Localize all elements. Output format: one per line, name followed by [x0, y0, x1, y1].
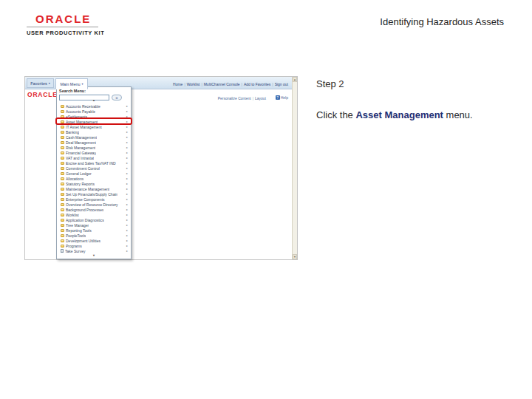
menu-item-application-diagnostics[interactable]: Application Diagnostics▸ [57, 217, 131, 222]
app-screenshot: Favorites ▾ Main Menu ▾ Home|Worklist|Mu… [24, 76, 298, 260]
menu-item-label: Asset Management [66, 120, 98, 124]
menu-item-label: Application Diagnostics [66, 218, 104, 222]
folder-icon [61, 245, 64, 248]
menu-scroll-down-icon[interactable]: ▼ [57, 253, 131, 257]
header-links: Home|Worklist|MultiChannel Console|Add t… [173, 82, 288, 86]
submenu-arrow-icon: ▸ [126, 115, 128, 118]
folder-icon [61, 188, 64, 191]
menu-item-maintenance-management[interactable]: Maintenance Management▸ [57, 186, 131, 191]
help-icon: ? [276, 95, 280, 100]
submenu-arrow-icon: ▸ [126, 157, 128, 160]
scroll-down-button[interactable]: ▼ [293, 254, 297, 259]
folder-icon [61, 239, 64, 242]
menu-item-label: Take Survey [65, 249, 86, 253]
personalize-link-layout[interactable]: Layout [255, 96, 266, 100]
separator: | [253, 96, 253, 100]
scroll-up-button[interactable]: ▲ [293, 77, 297, 82]
menu-item-allocations[interactable]: Allocations▸ [57, 176, 131, 181]
menu-item-label: Excise and Sales Tax/VAT IND [66, 161, 116, 166]
menu-item-excise-and-sales-tax-vat-ind[interactable]: Excise and Sales Tax/VAT IND▸ [57, 160, 131, 166]
favorites-menu-tab[interactable]: Favorites ▾ [27, 78, 54, 88]
header-link-add-to-favorites[interactable]: Add to Favorites [244, 82, 270, 86]
header-link-sign-out[interactable]: Sign out [275, 82, 288, 86]
submenu-arrow-icon: ▸ [126, 188, 128, 191]
menu-item-financial-gateway[interactable]: Financial Gateway▸ [57, 150, 131, 155]
folder-icon [61, 234, 64, 237]
menu-item-label: Programs [66, 244, 82, 248]
menu-item-overview-of-resource-directory[interactable]: Overview of Resource Directory▸ [57, 202, 131, 207]
menu-item-it-asset-management[interactable]: IT Asset Management▸ [57, 124, 131, 129]
menu-scroll-up-icon[interactable]: ▲ [57, 98, 131, 102]
menu-item-label: Background Processes [66, 208, 103, 212]
header-link-home[interactable]: Home [173, 82, 183, 86]
header-link-multichannel-console[interactable]: MultiChannel Console [204, 82, 240, 86]
submenu-arrow-icon: ▸ [126, 136, 128, 139]
folder-icon [61, 115, 64, 118]
menu-item-peopletools[interactable]: PeopleTools▸ [57, 233, 131, 238]
folder-icon [61, 146, 64, 149]
submenu-arrow-icon: ▸ [126, 198, 128, 201]
menu-item-label: Deal Management [66, 140, 96, 145]
menu-item-development-utilities[interactable]: Development Utilities▸ [57, 238, 131, 243]
menu-item-statutory-reports[interactable]: Statutory Reports▸ [57, 181, 131, 186]
upk-slide: ORACLE USER PRODUCTIVITY KIT Identifying… [0, 0, 532, 399]
menu-item-worklist[interactable]: Worklist▸ [57, 212, 131, 217]
menu-item-risk-management[interactable]: Risk Management▸ [57, 145, 131, 150]
step-instruction: Click the Asset Management menu. [316, 109, 473, 120]
folder-icon [61, 203, 64, 206]
submenu-arrow-icon: ▸ [126, 234, 128, 237]
submenu-arrow-icon: ▸ [126, 151, 128, 154]
upk-tagline: USER PRODUCTIVITY KIT [27, 30, 104, 36]
chevron-down-icon: ▾ [49, 81, 50, 85]
menu-item-vat-and-intrastat[interactable]: VAT and Intrastat▸ [57, 155, 131, 160]
personalize-link-personalize-content[interactable]: Personalize Content [218, 96, 251, 100]
folder-icon [61, 177, 64, 180]
personalize-links: Personalize Content|Layout [218, 96, 266, 100]
menu-item-cash-management[interactable]: Cash Management▸ [57, 134, 131, 140]
submenu-arrow-icon: ▸ [126, 245, 128, 248]
menu-item-tree-manager[interactable]: Tree Manager▸ [57, 222, 131, 228]
menu-item-set-up-financials-supply-chain[interactable]: Set Up Financials/Supply Chain▸ [57, 191, 131, 197]
folder-icon [61, 167, 64, 170]
menu-item-asset-management[interactable]: Asset Management▸ [57, 119, 131, 124]
menu-item-commitment-control[interactable]: Commitment Control▸ [57, 166, 131, 171]
menu-item-banking[interactable]: Banking▸ [57, 129, 131, 134]
menu-item-label: Cash Management [66, 135, 97, 140]
submenu-arrow-icon: ▸ [126, 203, 128, 206]
menu-item-accounts-receivable[interactable]: Accounts Receivable▸ [57, 103, 131, 109]
menu-item-accounts-payable[interactable]: Accounts Payable▸ [57, 109, 131, 114]
folder-icon [61, 126, 64, 129]
folder-icon [61, 214, 64, 216]
menu-item-background-processes[interactable]: Background Processes▸ [57, 207, 131, 212]
submenu-arrow-icon: ▸ [126, 214, 128, 216]
submenu-arrow-icon: ▸ [126, 250, 128, 253]
submenu-arrow-icon: ▸ [126, 239, 128, 242]
menu-item-label: Maintenance Management [66, 187, 109, 191]
header-link-worklist[interactable]: Worklist [187, 82, 200, 86]
menu-item-label: Commitment Control [66, 166, 100, 171]
menu-item-reporting-tools[interactable]: Reporting Tools▸ [57, 228, 131, 233]
submenu-arrow-icon: ▸ [126, 177, 128, 180]
menu-item-label: Accounts Payable [66, 109, 95, 114]
page-title: Identifying Hazardous Assets [380, 16, 504, 27]
menu-item-label: Tree Manager [66, 223, 89, 228]
folder-icon [61, 208, 64, 211]
vertical-scrollbar[interactable]: ▲ ▼ [292, 77, 297, 259]
menu-item-take-survey[interactable]: Take Survey▸ [57, 248, 131, 253]
help-link[interactable]: ? Help [276, 95, 288, 100]
instruction-prefix: Click the [316, 109, 355, 120]
folder-icon [61, 120, 64, 123]
menu-item-programs[interactable]: Programs▸ [57, 243, 131, 248]
main-menu-tab[interactable]: Main Menu ▾ [55, 78, 88, 89]
submenu-arrow-icon: ▸ [126, 105, 128, 108]
menu-item-deal-management[interactable]: Deal Management▸ [57, 140, 131, 145]
folder-icon [61, 105, 64, 108]
menu-item-enterprise-components[interactable]: Enterprise Components▸ [57, 197, 131, 202]
menu-item-label: Enterprise Components [66, 197, 105, 202]
separator: | [184, 82, 185, 86]
menu-item-label: Accounts Receivable [66, 104, 100, 109]
step-label: Step 2 [316, 78, 344, 89]
menu-item-general-ledger[interactable]: General Ledger▸ [57, 171, 131, 176]
menu-item-esettlements[interactable]: eSettlements▸ [57, 114, 131, 119]
folder-icon [61, 193, 64, 196]
